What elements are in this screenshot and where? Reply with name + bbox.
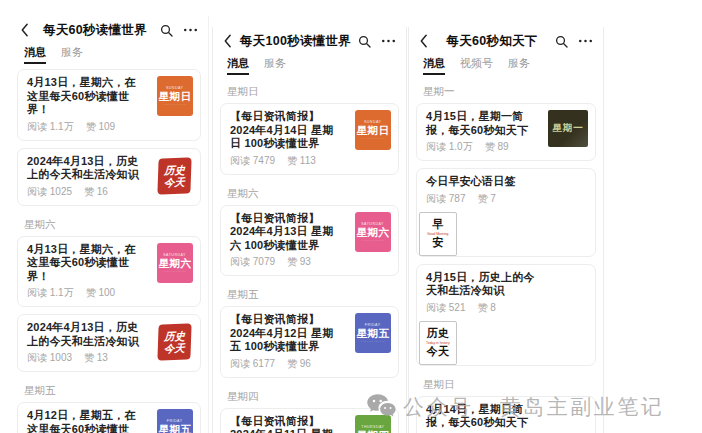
like-count: 赞 89 — [485, 140, 509, 154]
good-morning-icon: 早Good Morning安 — [419, 212, 457, 256]
message-item[interactable]: 【每日资讯简报】2024年4月12日 星期五 100秒读懂世界阅读 6177赞 … — [220, 306, 399, 378]
panel-header: 每天60秒读懂世界 — [10, 16, 208, 42]
section-label: 星期日 — [416, 373, 596, 396]
message-item[interactable]: 【每日资讯简报】2024年4月13日 星期六 100秒读懂世界阅读 7079赞 … — [220, 205, 399, 277]
history-today-seal-icon: 历史今天 — [155, 155, 193, 197]
read-count: 阅读 6177 — [230, 357, 275, 371]
message-title: 今日早安心语日签 — [426, 175, 540, 189]
header-icons — [358, 35, 396, 48]
tab-services[interactable]: 服务 — [264, 56, 286, 75]
like-count: 赞 113 — [287, 154, 316, 168]
read-count: 阅读 1.1万 — [27, 286, 74, 300]
phone-screenshot-2: 每天100秒读懂世界消息服务星期日【每日资讯简报】2024年4月14日 星期日 … — [212, 27, 407, 433]
message-item[interactable]: 4月13日，星期六，在这里每天60秒读懂世界！阅读 1.1万赞 100SATUR… — [17, 236, 201, 308]
read-count: 阅读 1003 — [27, 351, 72, 365]
phone-screenshot-1: 每天60秒读懂世界消息服务4月13日，星期六，在这里每天60秒读懂世界！阅读 1… — [10, 16, 209, 433]
message-list: 4月13日，星期六，在这里每天60秒读懂世界！阅读 1.1万赞 109SUNDA… — [10, 69, 208, 433]
message-title: 2024年4月13日，历史上的今天和生活冷知识 — [27, 321, 145, 348]
read-count: 阅读 521 — [426, 301, 465, 315]
header-icons — [555, 35, 593, 48]
panel-title: 每天60秒知天下 — [433, 33, 551, 50]
monday-photo-icon: 星期一 — [548, 110, 588, 147]
tab-services[interactable]: 服务 — [61, 45, 83, 64]
message-title: 4月14日，星期日简报，每天60秒知天下 — [426, 403, 540, 430]
read-count: 阅读 1.0万 — [426, 140, 473, 154]
message-item[interactable]: 【每日资讯简报】2024年4月14日 星期日 100秒读懂世界阅读 7479赞 … — [220, 103, 399, 175]
message-item[interactable]: 2024年4月13日，历史上的今天和生活冷知识阅读 1025赞 16历史今天 — [17, 148, 201, 206]
section-label: 星期五 — [17, 379, 201, 402]
friday-badge-icon: FRIDAY星期五 — [157, 409, 193, 433]
friday-badge-icon: FRIDAY星期五 — [355, 313, 391, 353]
tab-services[interactable]: 服务 — [508, 56, 530, 75]
more-icon[interactable] — [183, 28, 198, 32]
phone-screenshot-3: 每天60秒知天下消息视频号服务星期一4月15日，星期一简报，每天60秒知天下阅读… — [408, 27, 604, 433]
tab-messages[interactable]: 消息 — [423, 56, 445, 75]
like-count: 赞 100 — [86, 286, 115, 300]
back-icon[interactable] — [20, 23, 34, 37]
read-count: 阅读 787 — [426, 192, 465, 206]
sunday-badge-icon: SUNDAY星期日 — [157, 76, 193, 116]
tab-channels[interactable]: 视频号 — [460, 56, 493, 75]
message-meta: 阅读 6177赞 96 — [230, 357, 389, 371]
section-label: 星期六 — [220, 182, 399, 205]
message-meta: 阅读 7079赞 93 — [230, 255, 389, 269]
message-meta: 阅读 1.1万赞 109 — [27, 120, 191, 134]
screenshot-canvas: 公众号 · 黄岛主副业笔记 每天60秒读懂世界消息服务4月13日，星期六，在这里… — [0, 0, 702, 433]
more-icon[interactable] — [381, 39, 396, 43]
tab-messages[interactable]: 消息 — [227, 56, 249, 75]
saturday-badge-icon: SATURDAY星期六 — [157, 243, 193, 283]
like-count: 赞 13 — [84, 351, 108, 365]
like-count: 赞 7 — [477, 192, 495, 206]
saturday-badge-icon: SATURDAY星期六 — [355, 212, 391, 252]
thursday-badge-icon: THURSDAY星期四 — [355, 415, 391, 433]
panel-title: 每天60秒读懂世界 — [34, 22, 156, 39]
message-title: 2024年4月13日，历史上的今天和生活冷知识 — [27, 155, 145, 182]
history-today-icon: 历史Today in history今天 — [419, 321, 457, 365]
tab-bar: 消息视频号服务 — [409, 53, 603, 80]
message-item[interactable]: 今日早安心语日签阅读 787赞 7早Good Morning安 — [416, 168, 596, 257]
back-icon[interactable] — [419, 34, 433, 48]
like-count: 赞 93 — [287, 255, 311, 269]
message-item[interactable]: 2024年4月13日，历史上的今天和生活冷知识阅读 1003赞 13历史今天 — [17, 314, 201, 372]
message-title: 【每日资讯简报】2024年4月13日 星期六 100秒读懂世界 — [230, 212, 343, 253]
like-count: 赞 109 — [86, 120, 115, 134]
message-item[interactable]: 4月14日，星期日简报，每天60秒知天下阅读 6472赞 68简NEWS报 — [416, 396, 596, 433]
tab-messages[interactable]: 消息 — [24, 45, 46, 64]
like-count: 赞 16 — [84, 185, 108, 199]
message-title: 【每日资讯简报】2024年4月12日 星期五 100秒读懂世界 — [230, 313, 343, 354]
message-title: 【每日资讯简报】2024年4月11日 星期四 100秒读懂世界 — [230, 415, 343, 433]
section-label: 星期六 — [17, 213, 201, 236]
back-icon[interactable] — [223, 34, 237, 48]
panel-header: 每天60秒知天下 — [409, 27, 603, 53]
message-meta: 阅读 521赞 8 — [426, 301, 586, 315]
history-today-seal-icon: 历史今天 — [155, 321, 193, 363]
message-item[interactable]: 4月15日，星期一简报，每天60秒知天下阅读 1.0万赞 89星期一 — [416, 103, 596, 161]
panel-title: 每天100秒读懂世界 — [237, 33, 354, 50]
more-icon[interactable] — [578, 39, 593, 43]
tab-bar: 消息服务 — [10, 42, 208, 69]
message-item[interactable]: 4月15日，历史上的今天和生活冷知识阅读 521赞 8历史Today in hi… — [416, 264, 596, 366]
message-list: 星期一4月15日，星期一简报，每天60秒知天下阅读 1.0万赞 89星期一今日早… — [409, 80, 603, 433]
message-title: 4月13日，星期六，在这里每天60秒读懂世界！ — [27, 76, 145, 117]
message-title: 4月15日，历史上的今天和生活冷知识 — [426, 271, 540, 298]
message-title: 4月12日，星期五，在这里每天60秒读懂世界！ — [27, 409, 145, 433]
read-count: 阅读 1.1万 — [27, 120, 74, 134]
message-title: 4月13日，星期六，在这里每天60秒读懂世界！ — [27, 243, 145, 284]
search-icon[interactable] — [358, 35, 371, 48]
read-count: 阅读 1025 — [27, 185, 72, 199]
message-meta: 阅读 787赞 7 — [426, 192, 586, 206]
tab-bar: 消息服务 — [213, 53, 406, 80]
read-count: 阅读 7079 — [230, 255, 275, 269]
message-item[interactable]: 【每日资讯简报】2024年4月11日 星期四 100秒读懂世界阅读 8664赞 … — [220, 408, 399, 433]
search-icon[interactable] — [555, 35, 568, 48]
section-label: 星期四 — [220, 385, 399, 408]
search-icon[interactable] — [160, 24, 173, 37]
sunday-badge-icon: SUNDAY星期日 — [355, 110, 391, 150]
message-meta: 阅读 1.1万赞 100 — [27, 286, 191, 300]
message-item[interactable]: 4月13日，星期六，在这里每天60秒读懂世界！阅读 1.1万赞 109SUNDA… — [17, 69, 201, 141]
header-icons — [160, 24, 198, 37]
message-list: 星期日【每日资讯简报】2024年4月14日 星期日 100秒读懂世界阅读 747… — [213, 80, 406, 433]
message-item[interactable]: 4月12日，星期五，在这里每天60秒读懂世界！阅读 1.3万赞 120FRIDA… — [17, 402, 201, 433]
section-label: 星期日 — [220, 80, 399, 103]
like-count: 赞 8 — [477, 301, 495, 315]
